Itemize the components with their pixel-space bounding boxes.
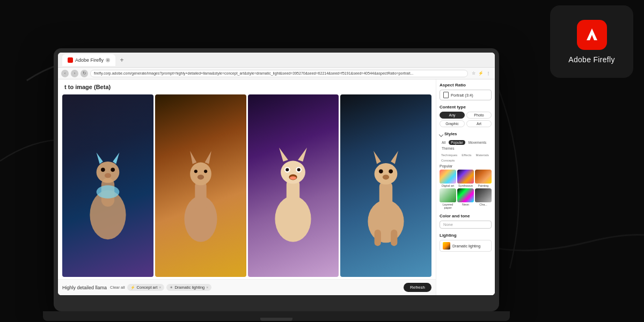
tag-remove-icon-2[interactable]: × — [206, 286, 208, 289]
content-chip-any[interactable]: Any — [440, 112, 465, 119]
adobe-firefly-badge: Adobe Firefly — [550, 5, 633, 78]
image-cell-2[interactable] — [155, 94, 246, 277]
url-text: firefly.corp.adobe.com/generate/images?p… — [94, 71, 413, 75]
style-thumb-label-charcoal: Cha... — [475, 203, 492, 206]
tag-icon: ⚡ — [130, 286, 135, 290]
prompt-label: Highly detailed llama — [62, 285, 107, 290]
svg-marker-33 — [374, 151, 381, 164]
content-chip-art[interactable]: Art — [466, 120, 492, 127]
app-content: t to image (Beta) — [58, 79, 495, 295]
tag-remove-icon[interactable]: × — [159, 286, 161, 289]
style-tab-themes[interactable]: Themes — [440, 146, 456, 151]
style-tab-popular[interactable]: Popular — [449, 140, 465, 145]
adobe-badge-label: Adobe Firefly — [568, 55, 614, 64]
subtab-concepts[interactable]: Concepts — [440, 158, 456, 163]
tag-concept-art[interactable]: ⚡ Concept art × — [127, 284, 165, 291]
subtab-materials[interactable]: Materials — [474, 153, 491, 157]
clear-all-button[interactable]: Clear all — [110, 285, 125, 290]
svg-point-16 — [197, 174, 204, 179]
color-tone-value: None — [443, 222, 453, 227]
style-thumb-img-layered — [440, 188, 456, 202]
style-thumb-charcoal[interactable]: Cha... — [475, 188, 492, 209]
subtab-techniques[interactable]: Techniques — [440, 153, 459, 157]
svg-point-23 — [286, 168, 289, 171]
page-title: t to image (Beta) — [64, 84, 111, 90]
content-type-grid: Any Photo Graphic Art — [440, 112, 492, 127]
back-button[interactable]: ‹ — [61, 70, 69, 77]
refresh-button[interactable]: Refresh — [404, 283, 431, 292]
style-thumb-label-neon: Neon — [457, 203, 474, 206]
svg-point-7 — [105, 173, 111, 178]
color-tone-section: Color and tone None — [440, 214, 492, 229]
style-thumb-neon[interactable]: Neon — [457, 188, 474, 209]
image-cell-3[interactable] — [248, 94, 339, 277]
image-cell-1[interactable] — [62, 94, 153, 277]
image-cell-4[interactable] — [340, 94, 431, 277]
menu-button[interactable]: ⋮ — [485, 70, 492, 77]
aspect-ratio-value: Portrait (3:4) — [451, 93, 473, 98]
chevron-down-icon — [439, 132, 443, 136]
url-bar[interactable]: firefly.corp.adobe.com/generate/images?p… — [90, 70, 468, 77]
style-tab-all[interactable]: All — [440, 140, 448, 145]
aspect-ratio-title: Aspect Ratio — [440, 83, 492, 87]
refresh-button[interactable]: ↻ — [80, 70, 88, 77]
forward-button[interactable]: › — [71, 70, 78, 77]
tag-label: Concept art — [137, 285, 158, 290]
svg-point-15 — [204, 170, 207, 173]
styles-header: Styles — [440, 131, 492, 138]
browser-tab-bar: Adobe Firefly × + — [58, 53, 495, 68]
style-tab-movements[interactable]: Movements — [466, 140, 489, 145]
subtab-effects[interactable]: Effects — [460, 153, 473, 157]
color-tone-selector[interactable]: None — [440, 221, 492, 229]
svg-rect-31 — [379, 180, 392, 213]
lighting-section: Lighting Dramatic lighting — [440, 233, 492, 252]
svg-point-11 — [190, 163, 211, 186]
svg-marker-34 — [391, 151, 398, 164]
tag-dramatic-lighting[interactable]: ☀ Dramatic lighting × — [166, 284, 211, 291]
style-thumb-label-layered: Layered paper — [440, 203, 456, 209]
aspect-ratio-section: Aspect Ratio Portrait (3:4) — [440, 83, 492, 100]
style-thumb-img-painting — [475, 170, 492, 184]
new-tab-button[interactable]: + — [118, 56, 126, 64]
style-thumb-img-digital — [440, 170, 456, 184]
svg-point-25 — [297, 168, 301, 171]
browser-tab[interactable]: Adobe Firefly × — [62, 54, 115, 66]
svg-marker-13 — [204, 151, 211, 164]
svg-point-8 — [96, 185, 119, 198]
style-thumb-painting[interactable]: Painting — [475, 170, 492, 187]
tab-favicon — [68, 57, 73, 63]
style-thumb-img-neon — [457, 188, 474, 202]
laptop-frame: Adobe Firefly × + ‹ › ↻ firefly.corp.ado… — [54, 48, 499, 311]
aspect-ratio-icon — [443, 92, 449, 98]
laptop-screen: Adobe Firefly × + ‹ › ↻ firefly.corp.ado… — [58, 53, 495, 295]
content-type-section: Content type Any Photo Graphic Art — [440, 105, 492, 127]
style-thumb-label-painting: Painting — [475, 184, 492, 187]
tab-close-button[interactable]: × — [106, 58, 110, 62]
style-thumb-synthwave[interactable]: Synthwave — [457, 170, 474, 187]
svg-marker-20 — [279, 148, 288, 162]
content-chip-graphic[interactable]: Graphic — [440, 120, 465, 127]
tag-icon-2: ☀ — [170, 286, 173, 290]
laptop-base — [43, 311, 510, 321]
bottom-bar: Highly detailed llama Clear all ⚡ Concep… — [58, 279, 436, 295]
svg-point-35 — [379, 170, 383, 174]
color-tone-title: Color and tone — [440, 214, 492, 218]
svg-rect-29 — [375, 230, 381, 246]
style-thumb-layered[interactable]: Layered paper — [440, 188, 456, 209]
style-thumb-label-digital: Digital art — [440, 184, 456, 187]
aspect-ratio-selector[interactable]: Portrait (3:4) — [440, 90, 492, 100]
svg-rect-30 — [391, 230, 397, 246]
tag-label-2: Dramatic lighting — [174, 285, 204, 290]
content-chip-photo[interactable]: Photo — [466, 112, 492, 119]
svg-point-37 — [383, 174, 389, 179]
svg-marker-21 — [298, 148, 308, 162]
bookmark-button[interactable]: ☆ — [470, 70, 477, 77]
svg-point-19 — [281, 161, 305, 184]
lighting-title: Lighting — [440, 233, 492, 238]
nav-actions: ☆ ⚡ ⋮ — [470, 70, 492, 77]
lighting-selector[interactable]: Dramatic lighting — [440, 240, 492, 252]
svg-marker-4 — [113, 152, 119, 164]
extension-button[interactable]: ⚡ — [478, 70, 484, 77]
prompt-controls: Clear all ⚡ Concept art × ☀ Dramatic lig… — [110, 284, 211, 291]
style-thumb-digital-art[interactable]: Digital art — [440, 170, 456, 187]
